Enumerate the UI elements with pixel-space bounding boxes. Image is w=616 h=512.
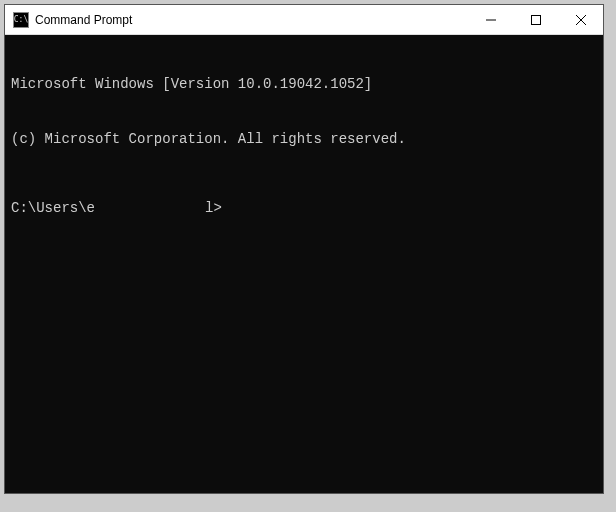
maximize-button[interactable] [513, 5, 558, 34]
terminal-line-version: Microsoft Windows [Version 10.0.19042.10… [11, 75, 597, 93]
titlebar[interactable]: C:\ Command Prompt [5, 5, 603, 35]
window-controls [468, 5, 603, 34]
terminal-area[interactable]: Microsoft Windows [Version 10.0.19042.10… [5, 35, 603, 493]
svg-rect-1 [531, 15, 540, 24]
prompt-prefix: C:\Users\e [11, 199, 95, 217]
terminal-prompt: C:\Users\el> [11, 199, 597, 217]
window-frame: C:\ Command Prompt Microsoft Windows [Ve… [4, 4, 604, 494]
redacted-username [95, 201, 205, 215]
cmd-icon: C:\ [13, 12, 29, 28]
cmd-icon-glyph: C:\ [14, 16, 28, 24]
close-button[interactable] [558, 5, 603, 34]
maximize-icon [531, 15, 541, 25]
prompt-suffix: l> [205, 199, 222, 217]
window-title: Command Prompt [35, 13, 468, 27]
terminal-line-copyright: (c) Microsoft Corporation. All rights re… [11, 130, 597, 148]
minimize-icon [486, 15, 496, 25]
close-icon [576, 15, 586, 25]
minimize-button[interactable] [468, 5, 513, 34]
